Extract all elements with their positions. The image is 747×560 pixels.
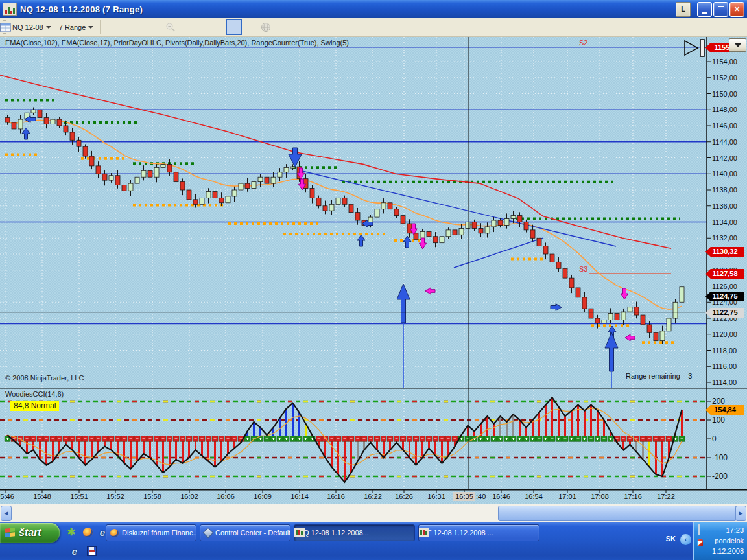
internet-explorer-icon: e bbox=[100, 527, 105, 538]
cci-value-marker: 154,84 bbox=[706, 405, 744, 415]
svg-text:16:09: 16:09 bbox=[254, 493, 272, 500]
web-button[interactable] bbox=[260, 19, 276, 35]
cci-axis[interactable]: 2001000-100-200 bbox=[707, 388, 728, 489]
svg-text:0: 0 bbox=[712, 434, 717, 443]
cci-indicator-label: WoodiesCCI(14,6) bbox=[5, 390, 64, 398]
chart-texts: © 2008 NinjaTrader, LLCRange remaining =… bbox=[5, 40, 704, 382]
svg-text:S3: S3 bbox=[579, 265, 587, 273]
quick-launch-firefox[interactable] bbox=[81, 526, 94, 539]
svg-text:1154,00: 1154,00 bbox=[712, 58, 737, 65]
chart-stats-button[interactable] bbox=[243, 19, 259, 35]
quick-launch-messenger[interactable]: ✱ bbox=[65, 526, 78, 539]
data-box-button[interactable] bbox=[209, 19, 225, 35]
scrollbar-thumb[interactable] bbox=[498, 506, 737, 521]
scroll-right-button[interactable]: ► bbox=[735, 506, 746, 521]
pivot-s3-marker: 1127,58 bbox=[706, 269, 744, 279]
tray-collapse-button[interactable]: ‹ bbox=[680, 534, 691, 545]
svg-text:15:52: 15:52 bbox=[106, 493, 124, 500]
swing-levels bbox=[5, 100, 680, 342]
svg-text:1136,00: 1136,00 bbox=[712, 202, 737, 210]
candlesticks bbox=[5, 104, 684, 344]
chevron-down-icon bbox=[735, 43, 741, 47]
crosshair-button[interactable] bbox=[187, 19, 208, 35]
svg-text:1132,00: 1132,00 bbox=[712, 234, 737, 242]
price-panel: S2S3© 2008 NinjaTrader, LLCRange remaini… bbox=[0, 37, 747, 388]
zoom-out-button[interactable] bbox=[165, 19, 180, 35]
svg-text:16:46: 16:46 bbox=[492, 493, 510, 500]
price-axis-dropdown[interactable] bbox=[729, 38, 746, 52]
global-drawing-button[interactable] bbox=[226, 19, 242, 35]
price-axis[interactable]: 1154,001152,001150,001148,001146,001144,… bbox=[707, 37, 737, 388]
svg-text:Range remaining = 3: Range remaining = 3 bbox=[626, 372, 692, 380]
ninjatrader-tray-icon[interactable]: ◤ bbox=[698, 539, 708, 549]
close-button[interactable]: ✕ bbox=[729, 2, 744, 17]
task-label: NQ 12-08 1.12.2008... bbox=[298, 529, 369, 537]
svg-text:16:16: 16:16 bbox=[327, 493, 345, 500]
start-label: štart bbox=[19, 527, 42, 539]
taskbar-task-4[interactable]: TF 12-08 1.12.2008 ... bbox=[418, 524, 540, 541]
horizontal-scrollbar[interactable]: ◄ ► bbox=[0, 504, 747, 522]
scroll-left-button[interactable]: ◄ bbox=[1, 506, 12, 521]
zoom-in-button[interactable] bbox=[148, 19, 163, 35]
chart-icon bbox=[419, 528, 429, 537]
taskbar: štart ✱ e e Diskuzní fórum Financ...Cont… bbox=[0, 522, 747, 560]
svg-text:16:14: 16:14 bbox=[290, 493, 309, 500]
time-axis: 15:4615:4815:5115:5215:5816:0216:0616:09… bbox=[0, 489, 747, 504]
messenger-icon: ✱ bbox=[67, 526, 76, 538]
svg-text:1144,00: 1144,00 bbox=[712, 138, 737, 146]
tray-date: 1.12.2008 bbox=[712, 546, 744, 556]
svg-text:1142,00: 1142,00 bbox=[712, 154, 737, 162]
chart-toolbar: NQ 12-08 7 Range bbox=[0, 18, 747, 37]
svg-text:1146,00: 1146,00 bbox=[712, 122, 737, 130]
restore-button[interactable] bbox=[713, 2, 728, 17]
ema-lines bbox=[0, 75, 682, 309]
svg-text:15:58: 15:58 bbox=[143, 493, 161, 500]
draw-tools-button[interactable] bbox=[126, 19, 147, 35]
title-bar: NQ 12-08 1.12.2008 (7 Range) L ✕ bbox=[0, 0, 747, 18]
cci-panel: 2001000-100-200 bbox=[0, 388, 747, 489]
indicator-label: EMA(Close,102), EMA(Close,17), PriorDayO… bbox=[5, 39, 349, 47]
quick-launch-save[interactable] bbox=[86, 545, 97, 557]
chart-canvas[interactable]: S2S3© 2008 NinjaTrader, LLCRange remaini… bbox=[0, 37, 747, 522]
interval-selector[interactable]: 7 Range bbox=[56, 22, 97, 32]
svg-text:16:22: 16:22 bbox=[364, 493, 382, 500]
svg-text:1126,00: 1126,00 bbox=[712, 283, 737, 290]
globe-icon bbox=[261, 22, 271, 32]
cci-zero-band bbox=[5, 436, 685, 442]
task-label: TF 12-08 1.12.2008 ... bbox=[423, 529, 493, 537]
tray-clock[interactable]: 17:23 pondelok 1.12.2008 bbox=[712, 525, 744, 556]
svg-text:1140,00: 1140,00 bbox=[712, 170, 737, 178]
language-indicator[interactable]: SK bbox=[666, 535, 676, 542]
quick-launch-ie-2[interactable]: e bbox=[69, 545, 80, 557]
chevron-down-icon bbox=[46, 26, 51, 29]
svg-text:16:35: 16:35 bbox=[455, 493, 473, 500]
network-tray-icon[interactable] bbox=[698, 526, 708, 536]
signal-arrows bbox=[22, 116, 635, 388]
svg-text:1118,00: 1118,00 bbox=[712, 347, 737, 355]
instrument-selector[interactable]: NQ 12-08 bbox=[9, 22, 54, 32]
instrument-label: NQ 12-08 bbox=[12, 23, 43, 31]
svg-text:15:48: 15:48 bbox=[33, 493, 51, 500]
start-button[interactable]: štart bbox=[0, 523, 60, 542]
tray-day: pondelok bbox=[712, 535, 744, 546]
svg-text:100: 100 bbox=[712, 415, 725, 425]
taskbar-task-3[interactable]: NQ 12-08 1.12.2008... bbox=[294, 524, 415, 541]
svg-text:17:08: 17:08 bbox=[591, 493, 609, 500]
firefox-icon bbox=[83, 528, 93, 537]
bar-style-button[interactable] bbox=[104, 19, 124, 35]
cci-status-badge: 84,8 Normal bbox=[10, 401, 59, 411]
svg-text:-100: -100 bbox=[712, 453, 728, 462]
prior-close-marker: 1130,32 bbox=[706, 247, 744, 257]
svg-text:1134,00: 1134,00 bbox=[712, 218, 737, 226]
task-label: Diskuzní fórum Financ... bbox=[122, 529, 196, 537]
taskbar-task-1[interactable]: Diskuzní fórum Financ... bbox=[106, 524, 196, 541]
properties-icon bbox=[0, 23, 11, 32]
svg-text:16:06: 16:06 bbox=[217, 493, 235, 500]
link-button[interactable]: L bbox=[676, 2, 691, 17]
taskbar-task-2[interactable]: Control Center - Default bbox=[200, 524, 290, 541]
properties-button[interactable] bbox=[277, 19, 292, 35]
minimize-button[interactable] bbox=[697, 2, 712, 17]
svg-text:S2: S2 bbox=[579, 39, 587, 47]
svg-text:1150,00: 1150,00 bbox=[712, 90, 737, 98]
interval-label: 7 Range bbox=[59, 23, 86, 31]
